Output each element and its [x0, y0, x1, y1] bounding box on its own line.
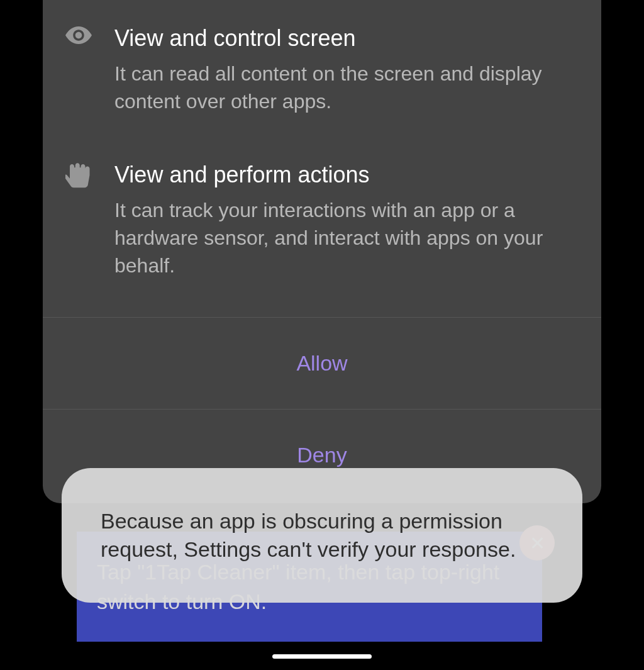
- permission-text-block: View and perform actions It can track yo…: [114, 160, 579, 279]
- permission-text-block: View and control screen It can read all …: [114, 24, 579, 115]
- permission-title: View and control screen: [114, 24, 579, 53]
- toast-message: Because an app is obscuring a permission…: [62, 468, 582, 603]
- allow-button[interactable]: Allow: [43, 317, 601, 409]
- eye-icon: [65, 24, 92, 115]
- toast-text: Because an app is obscuring a permission…: [101, 507, 543, 564]
- hand-icon: [65, 160, 92, 279]
- permission-dialog: View and control screen It can read all …: [43, 0, 601, 503]
- navigation-handle[interactable]: [272, 654, 372, 659]
- permission-view-control-screen: View and control screen It can read all …: [43, 0, 601, 135]
- permission-description: It can track your interactions with an a…: [114, 196, 579, 279]
- deny-button-label: Deny: [297, 443, 347, 467]
- permission-title: View and perform actions: [114, 160, 579, 190]
- permission-description: It can read all content on the screen an…: [114, 60, 579, 115]
- permission-view-perform-actions: View and perform actions It can track yo…: [43, 135, 601, 317]
- allow-button-label: Allow: [296, 351, 347, 376]
